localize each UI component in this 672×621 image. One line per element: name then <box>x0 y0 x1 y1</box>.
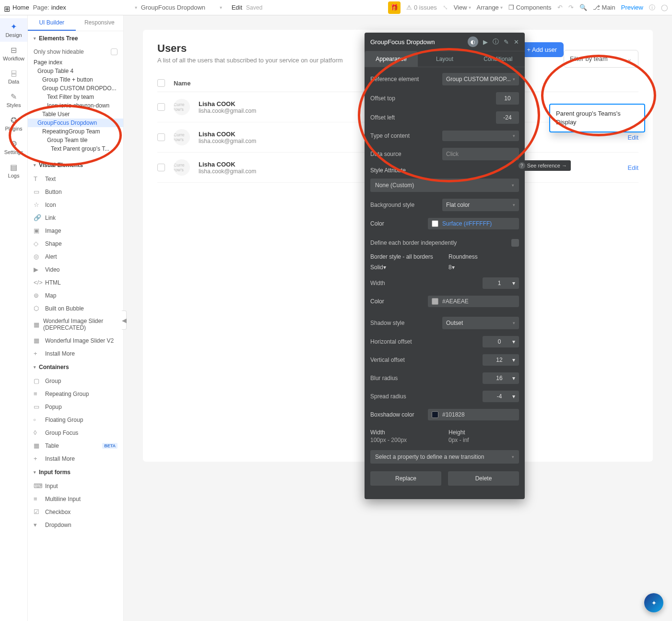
rail-styles[interactable]: ✎Styles <box>0 88 27 112</box>
blur-input[interactable]: 16▾ <box>483 372 519 384</box>
replace-button[interactable]: Replace <box>370 471 441 486</box>
rail-logs[interactable]: ▤Logs <box>0 159 27 182</box>
redo-icon[interactable]: ↷ <box>568 4 574 11</box>
groupfocus-dropdown-popup[interactable]: Parent group's Teams's Display <box>549 104 645 132</box>
spread-input[interactable]: -4▾ <box>483 391 519 402</box>
tree-node[interactable]: Text Filter by team <box>28 93 123 101</box>
palette-text[interactable]: TText <box>28 172 123 185</box>
hoffset-input[interactable]: 0▾ <box>483 336 519 347</box>
palette-shape[interactable]: ◇Shape <box>28 237 123 250</box>
arrange-menu[interactable]: Arrange▾ <box>477 4 503 11</box>
tree-node[interactable]: RepeatingGroup Team <box>28 127 123 136</box>
chevron-icon[interactable]: ⤡ <box>443 4 448 11</box>
bg-color-input[interactable]: Surface (#FFFFFF) <box>428 218 519 229</box>
data-source-input[interactable]: Click <box>442 148 519 160</box>
palette-alert[interactable]: ◎Alert <box>28 250 123 263</box>
rail-data[interactable]: ⌸Data <box>0 65 27 88</box>
section-containers[interactable]: ▾Containers <box>28 360 123 374</box>
tree-node[interactable]: Table User <box>28 110 123 119</box>
add-user-button[interactable]: + Add user <box>520 42 564 57</box>
tree-node[interactable]: Icon ionic-chevron-down <box>28 101 123 110</box>
palette-repeating-group[interactable]: ≡Repeating Group <box>28 387 123 400</box>
row-checkbox[interactable] <box>157 164 165 171</box>
view-menu[interactable]: View▾ <box>454 4 471 11</box>
palette-checkbox[interactable]: ☑Checkbox <box>28 505 123 518</box>
style-attribute-select[interactable]: None (Custom)▾ <box>370 179 519 192</box>
play-icon[interactable]: ▶ <box>483 38 488 46</box>
border-width-input[interactable]: 1▾ <box>483 277 519 289</box>
border-each-toggle[interactable] <box>511 239 519 247</box>
palette-multiline[interactable]: ≡Multiline Input <box>28 492 123 505</box>
rail-design[interactable]: ✦Design <box>0 18 27 42</box>
palette-button[interactable]: ▭Button <box>28 185 123 198</box>
tree-node-page[interactable]: Page index <box>28 58 123 67</box>
tree-node[interactable]: Group CUSTOM DROPDO... <box>28 84 123 93</box>
tree-node[interactable]: Text Parent group's T... <box>28 144 123 153</box>
palette-dropdown[interactable]: ▾Dropdown <box>28 518 123 531</box>
see-reference-tooltip[interactable]: See reference → <box>515 160 571 171</box>
branch-selector[interactable]: ⎇ Main <box>593 4 615 11</box>
palette-html[interactable]: </>HTML <box>28 276 123 289</box>
palette-slider1[interactable]: ▦Wonderful Image Slider (DEPRECATED) <box>28 315 123 334</box>
roundness-input[interactable]: 8▾ <box>448 264 519 271</box>
help-chat-bubble[interactable]: ✦ <box>644 593 663 612</box>
avatar-icon[interactable]: ◯ <box>661 4 668 11</box>
palette-video[interactable]: ▶Video <box>28 263 123 276</box>
palette-groupfocus[interactable]: ◊Group Focus <box>28 426 123 439</box>
tree-node-selected[interactable]: GroupFocus Dropdown <box>28 119 123 127</box>
palette-group[interactable]: ▢Group <box>28 374 123 387</box>
type-content-select[interactable]: ▾ <box>442 131 519 141</box>
offset-top-input[interactable]: 10 <box>496 92 519 105</box>
hideable-checkbox[interactable] <box>111 48 118 55</box>
search-icon[interactable]: 🔍 <box>579 4 587 11</box>
edit-link[interactable]: Edit <box>628 134 638 141</box>
info-icon[interactable]: ⓘ <box>493 37 499 46</box>
undo-icon[interactable]: ↶ <box>557 4 563 11</box>
tree-node[interactable]: Group Title + button <box>28 75 123 84</box>
delete-button[interactable]: Delete <box>448 471 519 486</box>
transition-select[interactable]: Select a property to define a new transi… <box>370 450 519 464</box>
collapse-tree-handle[interactable]: ◀ <box>122 310 127 330</box>
palette-icon[interactable]: ☆Icon <box>28 198 123 211</box>
palette-slider2[interactable]: ▦Wonderful Image Slider V2 <box>28 334 123 347</box>
section-visual-elements[interactable]: ▾Visual Elements <box>28 158 123 172</box>
reference-element-select[interactable]: Group CUSTOM DROP...▾ <box>442 73 519 85</box>
edit-link[interactable]: Edit <box>628 164 638 171</box>
palette-popup[interactable]: ▭Popup <box>28 400 123 413</box>
issues-button[interactable]: ⚠ 0 issues <box>406 4 437 11</box>
tab-responsive[interactable]: Responsive <box>76 15 124 31</box>
comment-icon[interactable]: ✎ <box>504 38 509 46</box>
offset-left-input[interactable]: -24 <box>496 111 519 124</box>
palette-install[interactable]: +Install More <box>28 347 123 360</box>
row-checkbox[interactable] <box>157 103 165 111</box>
tab-layout[interactable]: Layout <box>418 51 471 67</box>
tree-node[interactable]: Group Team tile <box>28 136 123 144</box>
row-checkbox[interactable] <box>157 133 165 141</box>
rail-settings[interactable]: ⚙Settings <box>0 135 27 159</box>
border-color-input[interactable]: #AEAEAE <box>428 296 519 307</box>
close-icon[interactable]: ✕ <box>514 38 519 46</box>
reveal-icon[interactable]: ◐ <box>468 36 478 47</box>
select-all-checkbox[interactable] <box>157 79 165 87</box>
palette-link[interactable]: 🔗Link <box>28 211 123 224</box>
palette-input[interactable]: ⌨Input <box>28 479 123 492</box>
background-style-select[interactable]: Flat color▾ <box>442 199 519 211</box>
palette-built[interactable]: ⬡Built on Bubble <box>28 302 123 315</box>
section-inputs[interactable]: ▾Input forms <box>28 465 123 479</box>
filter-by-team-dropdown[interactable]: Filter by team ⌄ <box>564 50 638 68</box>
preview-button[interactable]: Preview <box>621 4 643 11</box>
palette-image[interactable]: ▣Image <box>28 224 123 237</box>
gift-icon[interactable]: 🎁 <box>388 1 401 14</box>
tab-appearance[interactable]: Appearance <box>365 51 418 67</box>
home-button[interactable]: Home <box>4 4 29 11</box>
palette-floating[interactable]: ▫Floating Group <box>28 413 123 426</box>
section-elements-tree[interactable]: ▾Elements Tree <box>28 31 123 46</box>
rail-plugins[interactable]: ✪Plugins <box>0 112 27 135</box>
components-button[interactable]: ❒ Components <box>508 4 552 11</box>
rail-workflow[interactable]: ⊟Workflow <box>0 42 27 65</box>
tree-node[interactable]: Group Table 4 <box>28 67 123 75</box>
border-style-select[interactable]: Solid▾ <box>370 264 441 271</box>
tab-conditional[interactable]: Conditional <box>472 51 525 67</box>
shadow-style-select[interactable]: Outset▾ <box>442 317 519 329</box>
voffset-input[interactable]: 12▾ <box>483 354 519 366</box>
